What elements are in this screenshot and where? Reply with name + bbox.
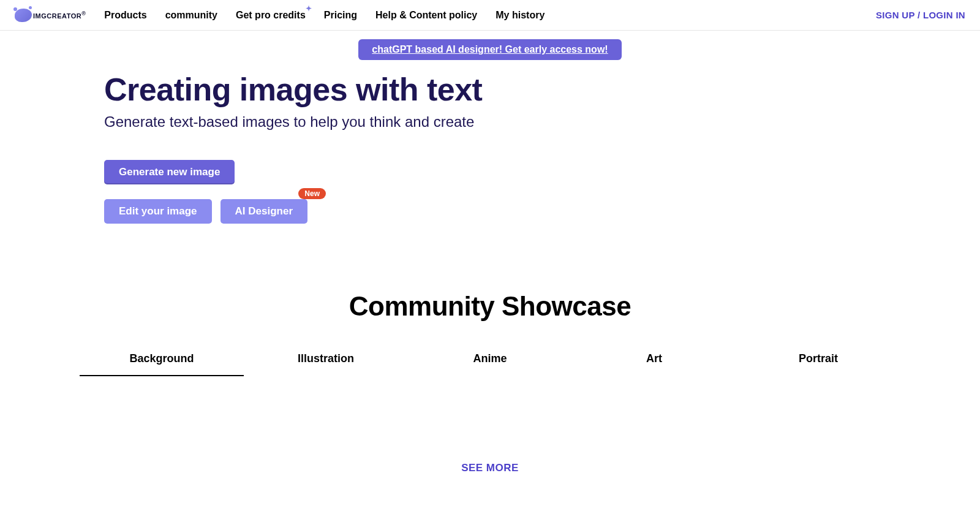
tab-portrait[interactable]: Portrait xyxy=(736,352,900,376)
nav-community[interactable]: community xyxy=(165,10,217,21)
hero-section: Creating images with text Generate text-… xyxy=(98,60,882,224)
nav-products[interactable]: Products xyxy=(104,10,146,21)
tab-anime[interactable]: Anime xyxy=(408,352,572,376)
auth-link[interactable]: SIGN UP / LOGIN IN xyxy=(876,10,965,20)
hero-primary-row: Generate new image xyxy=(104,160,876,184)
nav-history[interactable]: My history xyxy=(496,10,545,21)
hero-subtitle: Generate text-based images to help you t… xyxy=(104,113,876,131)
hero-title: Creating images with text xyxy=(104,72,876,107)
site-header: IMGCREATOR® Products community Get pro c… xyxy=(0,0,980,31)
tab-background[interactable]: Background xyxy=(80,352,244,376)
nav-help[interactable]: Help & Content policy xyxy=(375,10,477,21)
logo[interactable]: IMGCREATOR® xyxy=(15,9,86,22)
promo-banner[interactable]: chatGPT based AI designer! Get early acc… xyxy=(358,39,621,60)
showcase-title: Community Showcase xyxy=(0,291,980,322)
hero-secondary-row: Edit your image AI Designer New xyxy=(104,199,876,224)
see-more-link[interactable]: SEE MORE xyxy=(0,462,980,474)
nav-credits-label: Get pro credits xyxy=(236,10,306,20)
tab-art[interactable]: Art xyxy=(572,352,736,376)
edit-image-button[interactable]: Edit your image xyxy=(104,199,212,224)
ai-designer-button[interactable]: AI Designer New xyxy=(221,199,307,224)
generate-button[interactable]: Generate new image xyxy=(104,160,235,184)
showcase-tabs: Background Illustration Anime Art Portra… xyxy=(80,352,900,376)
nav-pricing[interactable]: Pricing xyxy=(324,10,357,21)
main-nav: Products community Get pro credits ✦ Pri… xyxy=(104,10,545,21)
nav-credits[interactable]: Get pro credits ✦ xyxy=(236,10,306,21)
ai-designer-label: AI Designer xyxy=(235,205,293,217)
tab-illustration[interactable]: Illustration xyxy=(244,352,408,376)
logo-icon xyxy=(15,9,32,22)
sparkle-icon: ✦ xyxy=(306,4,312,13)
showcase-section: Community Showcase Background Illustrati… xyxy=(0,291,980,474)
new-badge: New xyxy=(298,188,326,199)
logo-text: IMGCREATOR® xyxy=(33,10,86,20)
